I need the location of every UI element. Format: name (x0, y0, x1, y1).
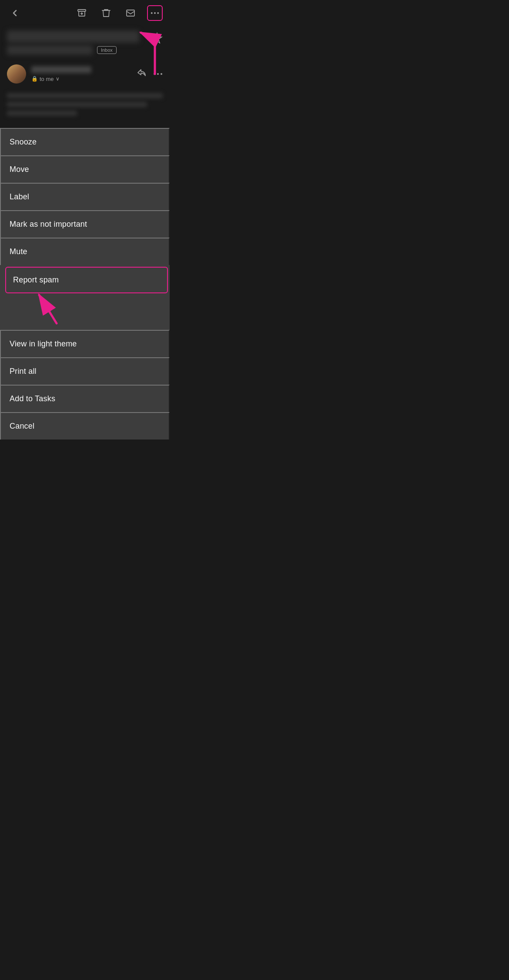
body-line-2 (7, 102, 147, 107)
subject-line2: Inbox (7, 45, 163, 55)
reply-button[interactable] (137, 68, 146, 80)
move-menu-item[interactable]: Move (0, 155, 170, 183)
view-light-theme-menu-item[interactable]: View in light theme (0, 330, 170, 357)
email-subject-area: Inbox (0, 26, 170, 60)
mute-menu-item[interactable]: Mute (0, 238, 170, 265)
label-menu-item[interactable]: Label (0, 183, 170, 210)
toolbar-left (7, 5, 23, 21)
mail-button[interactable] (123, 5, 138, 21)
email-sender-row: 🔒 to me ∨ (0, 60, 170, 88)
sender-name-blurred (31, 66, 91, 73)
subject-blurred-line2 (7, 45, 93, 55)
mark-not-important-menu-item[interactable]: Mark as not important (0, 210, 170, 238)
svg-rect-1 (127, 10, 134, 16)
delete-button[interactable] (98, 5, 114, 21)
toolbar-right (74, 5, 163, 21)
more-options-button[interactable] (147, 5, 163, 21)
star-button[interactable] (151, 32, 163, 46)
archive-button[interactable] (74, 5, 90, 21)
lock-icon: 🔒 (31, 76, 38, 82)
sender-avatar (7, 64, 26, 84)
to-me-label: to me (40, 76, 54, 82)
svg-point-2 (151, 12, 153, 14)
svg-point-6 (154, 73, 155, 75)
print-all-menu-item[interactable]: Print all (0, 357, 170, 385)
report-spam-menu-item[interactable]: Report spam (5, 267, 168, 293)
snooze-menu-item[interactable]: Snooze (0, 128, 170, 155)
email-more-button[interactable] (153, 69, 163, 79)
subject-blurred-line1 (7, 30, 139, 43)
svg-point-3 (154, 12, 156, 14)
cancel-menu-item[interactable]: Cancel (0, 412, 170, 440)
email-toolbar (0, 0, 170, 26)
body-line-1 (7, 93, 163, 98)
svg-point-4 (157, 12, 159, 14)
svg-point-7 (157, 73, 159, 75)
add-to-tasks-menu-item[interactable]: Add to Tasks (0, 385, 170, 412)
svg-rect-0 (78, 10, 86, 11)
sender-to-me[interactable]: 🔒 to me ∨ (31, 76, 131, 82)
sender-info: 🔒 to me ∨ (31, 66, 131, 82)
inbox-badge: Inbox (97, 46, 117, 54)
sender-actions (137, 68, 163, 80)
context-menu: Snooze Move Label Mark as not important … (0, 128, 170, 440)
email-body (0, 88, 170, 128)
svg-point-8 (161, 73, 162, 75)
chevron-down-icon: ∨ (56, 76, 60, 82)
back-button[interactable] (7, 5, 23, 21)
body-line-3 (7, 111, 77, 116)
